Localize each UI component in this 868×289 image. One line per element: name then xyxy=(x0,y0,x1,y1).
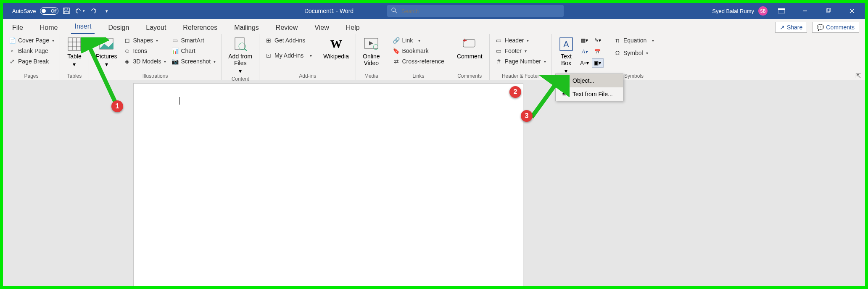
ribbon: 📄Cover Page▾ ▫Blank Page ⤢Page Break Pag… xyxy=(3,34,865,80)
screenshot-button[interactable]: 📷Screenshot▾ xyxy=(170,57,217,66)
comments-icon: 💬 xyxy=(817,24,824,31)
add-from-files-button[interactable]: Add from Files▾ xyxy=(226,36,255,75)
date-time-button[interactable]: 📅 xyxy=(592,47,604,56)
document-page[interactable]: ▣ Object... ≣ Text from File... xyxy=(133,83,523,289)
object-button[interactable]: ▣▾ xyxy=(592,58,604,68)
svg-marker-23 xyxy=(369,41,373,45)
cover-page-button[interactable]: 📄Cover Page▾ xyxy=(7,36,55,45)
shapes-button[interactable]: ◻Shapes▾ xyxy=(122,36,168,45)
drop-cap-button[interactable]: A≡▾ xyxy=(579,58,591,68)
group-links: 🔗Link▾ 🔖Bookmark ⇄Cross-reference Links xyxy=(387,34,450,80)
share-icon: ↗ xyxy=(780,24,785,31)
comments-button[interactable]: 💬Comments xyxy=(812,22,859,33)
quick-parts-button[interactable]: ▦▾ xyxy=(579,36,591,45)
equation-button[interactable]: πEquation▾ xyxy=(612,36,655,45)
tab-insert[interactable]: Insert xyxy=(71,20,95,34)
add-from-files-icon xyxy=(233,37,248,52)
get-addins-button[interactable]: ⊞Get Add-ins xyxy=(264,36,313,45)
table-button[interactable]: Table▾ xyxy=(64,36,84,68)
pictures-button[interactable]: Pictures▾ xyxy=(93,36,120,68)
icons-button[interactable]: ☺Icons xyxy=(122,46,168,55)
table-icon xyxy=(67,37,82,52)
ribbon-display-icon[interactable] xyxy=(772,3,791,19)
footer-button[interactable]: ▭Footer▾ xyxy=(494,46,547,55)
tab-mailings[interactable]: Mailings xyxy=(231,21,262,34)
qat-customize-icon[interactable]: ▾ xyxy=(101,5,112,16)
minimize-icon[interactable] xyxy=(795,3,815,19)
cover-page-icon: 📄 xyxy=(8,37,16,44)
tab-review[interactable]: Review xyxy=(272,21,301,34)
svg-point-18 xyxy=(102,40,105,43)
bookmark-button[interactable]: 🔖Bookmark xyxy=(391,46,446,55)
group-label-pages: Pages xyxy=(7,72,55,79)
svg-point-3 xyxy=(392,8,396,11)
bookmark-icon: 🔖 xyxy=(393,47,400,55)
svg-point-24 xyxy=(373,45,378,50)
comment-button[interactable]: Comment xyxy=(454,36,485,60)
share-button[interactable]: ↗Share xyxy=(775,22,807,33)
save-icon[interactable] xyxy=(61,5,72,16)
tab-layout[interactable]: Layout xyxy=(142,21,169,34)
group-label-comments: Comments xyxy=(454,72,485,79)
text-box-button[interactable]: A Text Box▾ xyxy=(556,36,576,75)
online-video-icon xyxy=(364,37,379,52)
search-box[interactable] xyxy=(387,5,564,17)
svg-rect-8 xyxy=(826,9,830,12)
annotation-circle-1: 1 xyxy=(111,100,123,112)
symbol-icon: Ω xyxy=(614,49,621,57)
user-name[interactable]: Syed Balal Rumy xyxy=(712,8,754,14)
signature-line-button[interactable]: ✎▾ xyxy=(592,36,604,45)
group-label-header-footer: Header & Footer xyxy=(494,72,547,79)
menu-item-object[interactable]: ▣ Object... xyxy=(556,74,623,87)
group-text: A Text Box▾ ▦▾ ✎▾ A▾ 📅 A≡▾ ▣▾ Text xyxy=(552,34,608,80)
tab-view[interactable]: View xyxy=(311,21,332,34)
tab-design[interactable]: Design xyxy=(105,21,132,34)
autosave-toggle[interactable]: Off xyxy=(40,7,58,15)
annotation-circle-2: 2 xyxy=(509,86,521,98)
smartart-button[interactable]: ▭SmartArt xyxy=(170,36,217,45)
group-content: Add from Files▾ Content xyxy=(222,34,259,80)
text-box-icon: A xyxy=(559,37,574,52)
svg-line-21 xyxy=(244,48,247,51)
undo-icon[interactable]: ▾ xyxy=(74,5,85,16)
text-from-file-icon: ≣ xyxy=(561,90,568,98)
redo-icon[interactable] xyxy=(88,5,99,16)
header-button[interactable]: ▭Header▾ xyxy=(494,36,547,45)
maximize-icon[interactable] xyxy=(819,3,838,19)
header-icon: ▭ xyxy=(495,37,503,44)
search-icon xyxy=(391,8,397,15)
chart-icon: 📊 xyxy=(171,47,179,55)
tab-references[interactable]: References xyxy=(179,21,221,34)
wikipedia-button[interactable]: W Wikipedia xyxy=(321,36,351,60)
chart-button[interactable]: 📊Chart xyxy=(170,46,217,55)
page-number-button[interactable]: #Page Number▾ xyxy=(494,57,547,66)
text-cursor xyxy=(179,97,179,105)
group-illustrations: Pictures▾ ◻Shapes▾ ☺Icons ◈3D Models▾ ▭S… xyxy=(89,34,222,80)
document-title: Document1 - Word xyxy=(304,8,354,14)
cross-reference-button[interactable]: ⇄Cross-reference xyxy=(391,57,446,66)
object-dropdown-menu: ▣ Object... ≣ Text from File... xyxy=(555,74,623,101)
close-icon[interactable] xyxy=(842,3,862,19)
wordart-button[interactable]: A▾ xyxy=(579,47,591,56)
page-break-button[interactable]: ⤢Page Break xyxy=(7,57,55,66)
group-label-tables: Tables xyxy=(64,72,84,79)
user-avatar[interactable]: SB xyxy=(758,6,768,16)
document-area: ▣ Object... ≣ Text from File... xyxy=(3,83,865,286)
online-video-button[interactable]: Online Video xyxy=(360,36,382,67)
blank-page-button[interactable]: ▫Blank Page xyxy=(7,46,55,55)
icons-icon: ☺ xyxy=(124,47,131,55)
tab-help[interactable]: Help xyxy=(343,21,363,34)
page-number-icon: # xyxy=(495,58,503,65)
comment-icon xyxy=(462,37,477,52)
cross-reference-icon: ⇄ xyxy=(393,58,400,65)
my-addins-button[interactable]: ⊡My Add-ins▾ xyxy=(264,51,313,60)
collapse-ribbon-icon[interactable]: ⇱ xyxy=(851,71,865,80)
symbol-button[interactable]: ΩSymbol▾ xyxy=(612,48,655,58)
tab-home[interactable]: Home xyxy=(37,21,61,34)
tab-file[interactable]: File xyxy=(9,21,26,34)
search-input[interactable] xyxy=(401,8,559,14)
menu-item-text-from-file[interactable]: ≣ Text from File... xyxy=(556,87,623,101)
3d-models-button[interactable]: ◈3D Models▾ xyxy=(122,57,168,66)
shapes-icon: ◻ xyxy=(124,37,131,44)
link-button[interactable]: 🔗Link▾ xyxy=(391,36,446,45)
